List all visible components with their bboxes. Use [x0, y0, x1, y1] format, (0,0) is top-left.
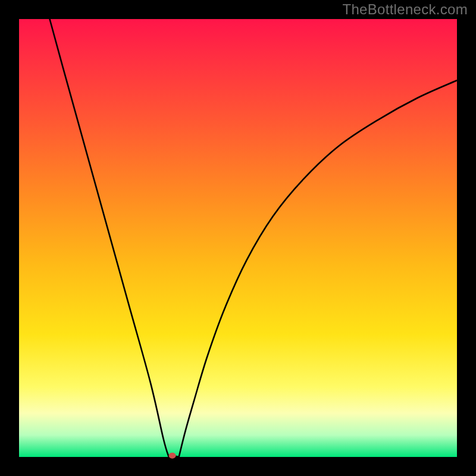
- bottleneck-curve: [19, 19, 457, 457]
- chart-frame: TheBottleneck.com: [0, 0, 476, 476]
- plot-area: [19, 19, 457, 457]
- watermark-text: TheBottleneck.com: [342, 1, 468, 18]
- curve-path: [50, 19, 457, 459]
- minimum-marker: [169, 453, 176, 459]
